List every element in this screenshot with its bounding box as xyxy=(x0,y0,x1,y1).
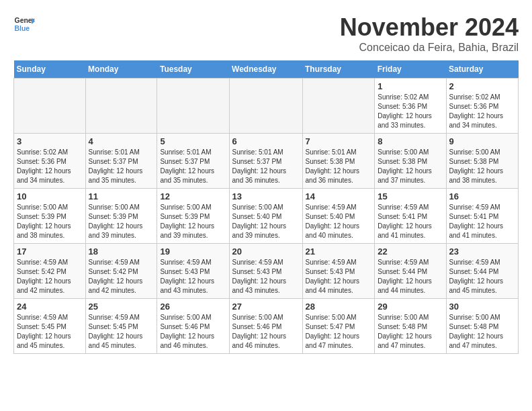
day-info: Sunrise: 5:00 AM Sunset: 5:39 PM Dayligh… xyxy=(89,203,154,240)
calendar-cell: 11Sunrise: 5:00 AM Sunset: 5:39 PM Dayli… xyxy=(85,189,157,244)
day-info: Sunrise: 5:01 AM Sunset: 5:37 PM Dayligh… xyxy=(232,148,300,185)
calendar-cell: 6Sunrise: 5:01 AM Sunset: 5:37 PM Daylig… xyxy=(229,134,302,189)
page-header: General Blue November 2024 Conceicao da … xyxy=(13,13,519,54)
day-number: 10 xyxy=(17,191,83,201)
day-info: Sunrise: 5:00 AM Sunset: 5:46 PM Dayligh… xyxy=(160,313,226,351)
day-number: 17 xyxy=(17,246,83,257)
day-info: Sunrise: 5:00 AM Sunset: 5:39 PM Dayligh… xyxy=(160,203,226,240)
calendar-cell: 10Sunrise: 5:00 AM Sunset: 5:39 PM Dayli… xyxy=(14,189,86,244)
calendar-cell: 12Sunrise: 5:00 AM Sunset: 5:39 PM Dayli… xyxy=(157,189,229,244)
day-number: 20 xyxy=(232,246,300,257)
calendar-cell: 24Sunrise: 4:59 AM Sunset: 5:45 PM Dayli… xyxy=(14,299,86,354)
day-number: 30 xyxy=(449,302,516,312)
day-info: Sunrise: 4:59 AM Sunset: 5:43 PM Dayligh… xyxy=(160,258,226,295)
calendar-cell: 23Sunrise: 4:59 AM Sunset: 5:44 PM Dayli… xyxy=(446,244,519,299)
day-info: Sunrise: 5:00 AM Sunset: 5:46 PM Dayligh… xyxy=(232,313,300,351)
title-block: November 2024 Conceicao da Feira, Bahia,… xyxy=(340,13,519,54)
day-number: 23 xyxy=(449,246,516,257)
day-info: Sunrise: 4:59 AM Sunset: 5:41 PM Dayligh… xyxy=(378,203,443,240)
day-info: Sunrise: 5:01 AM Sunset: 5:38 PM Dayligh… xyxy=(306,148,372,185)
weekday-header: Wednesday xyxy=(229,60,302,79)
calendar-cell: 17Sunrise: 4:59 AM Sunset: 5:42 PM Dayli… xyxy=(14,244,86,299)
month-title: November 2024 xyxy=(340,13,519,42)
day-info: Sunrise: 5:00 AM Sunset: 5:48 PM Dayligh… xyxy=(378,313,443,351)
day-info: Sunrise: 5:00 AM Sunset: 5:39 PM Dayligh… xyxy=(17,203,83,240)
calendar-cell: 13Sunrise: 5:00 AM Sunset: 5:40 PM Dayli… xyxy=(229,189,302,244)
day-number: 5 xyxy=(160,136,226,146)
weekday-header-row: SundayMondayTuesdayWednesdayThursdayFrid… xyxy=(14,60,519,79)
logo-icon: General Blue xyxy=(13,13,35,35)
weekday-header: Thursday xyxy=(302,60,375,79)
day-info: Sunrise: 4:59 AM Sunset: 5:40 PM Dayligh… xyxy=(306,203,372,240)
day-info: Sunrise: 4:59 AM Sunset: 5:45 PM Dayligh… xyxy=(89,313,154,351)
day-number: 26 xyxy=(160,302,226,312)
day-number: 18 xyxy=(89,246,154,257)
logo: General Blue xyxy=(13,13,35,35)
calendar-cell: 27Sunrise: 5:00 AM Sunset: 5:46 PM Dayli… xyxy=(229,299,302,354)
day-number: 4 xyxy=(89,136,154,146)
day-number: 12 xyxy=(160,191,226,201)
day-info: Sunrise: 4:59 AM Sunset: 5:44 PM Dayligh… xyxy=(449,258,516,295)
day-info: Sunrise: 5:01 AM Sunset: 5:37 PM Dayligh… xyxy=(89,148,154,185)
day-info: Sunrise: 5:00 AM Sunset: 5:38 PM Dayligh… xyxy=(449,148,516,185)
calendar-cell: 8Sunrise: 5:00 AM Sunset: 5:38 PM Daylig… xyxy=(375,134,446,189)
calendar-week-row: 17Sunrise: 4:59 AM Sunset: 5:42 PM Dayli… xyxy=(14,244,519,299)
day-info: Sunrise: 5:02 AM Sunset: 5:36 PM Dayligh… xyxy=(378,93,443,130)
calendar-table: SundayMondayTuesdayWednesdayThursdayFrid… xyxy=(13,60,519,354)
day-number: 8 xyxy=(378,136,443,146)
day-number: 29 xyxy=(378,302,443,312)
calendar-cell xyxy=(14,79,86,134)
calendar-cell: 14Sunrise: 4:59 AM Sunset: 5:40 PM Dayli… xyxy=(302,189,375,244)
calendar-cell: 26Sunrise: 5:00 AM Sunset: 5:46 PM Dayli… xyxy=(157,299,229,354)
day-number: 6 xyxy=(232,136,300,146)
calendar-week-row: 3Sunrise: 5:02 AM Sunset: 5:36 PM Daylig… xyxy=(14,134,519,189)
day-number: 2 xyxy=(449,81,516,91)
calendar-cell xyxy=(85,79,157,134)
day-number: 28 xyxy=(306,302,372,312)
day-number: 27 xyxy=(232,302,300,312)
calendar-cell: 5Sunrise: 5:01 AM Sunset: 5:37 PM Daylig… xyxy=(157,134,229,189)
day-info: Sunrise: 5:00 AM Sunset: 5:47 PM Dayligh… xyxy=(306,313,372,351)
calendar-cell: 15Sunrise: 4:59 AM Sunset: 5:41 PM Dayli… xyxy=(375,189,446,244)
day-info: Sunrise: 4:59 AM Sunset: 5:43 PM Dayligh… xyxy=(232,258,300,295)
calendar-cell: 29Sunrise: 5:00 AM Sunset: 5:48 PM Dayli… xyxy=(375,299,446,354)
svg-text:Blue: Blue xyxy=(15,25,30,32)
day-info: Sunrise: 4:59 AM Sunset: 5:42 PM Dayligh… xyxy=(17,258,83,295)
calendar-cell: 20Sunrise: 4:59 AM Sunset: 5:43 PM Dayli… xyxy=(229,244,302,299)
day-number: 16 xyxy=(449,191,516,201)
calendar-cell: 1Sunrise: 5:02 AM Sunset: 5:36 PM Daylig… xyxy=(375,79,446,134)
day-number: 22 xyxy=(378,246,443,257)
day-info: Sunrise: 4:59 AM Sunset: 5:44 PM Dayligh… xyxy=(378,258,443,295)
calendar-cell: 30Sunrise: 5:00 AM Sunset: 5:48 PM Dayli… xyxy=(446,299,519,354)
calendar-cell: 2Sunrise: 5:02 AM Sunset: 5:36 PM Daylig… xyxy=(446,79,519,134)
day-info: Sunrise: 4:59 AM Sunset: 5:43 PM Dayligh… xyxy=(306,258,372,295)
calendar-cell: 19Sunrise: 4:59 AM Sunset: 5:43 PM Dayli… xyxy=(157,244,229,299)
calendar-cell: 22Sunrise: 4:59 AM Sunset: 5:44 PM Dayli… xyxy=(375,244,446,299)
day-number: 3 xyxy=(17,136,83,146)
weekday-header: Friday xyxy=(375,60,446,79)
day-number: 13 xyxy=(232,191,300,201)
day-number: 7 xyxy=(306,136,372,146)
day-info: Sunrise: 5:00 AM Sunset: 5:48 PM Dayligh… xyxy=(449,313,516,351)
day-info: Sunrise: 5:00 AM Sunset: 5:38 PM Dayligh… xyxy=(378,148,443,185)
calendar-cell: 16Sunrise: 4:59 AM Sunset: 5:41 PM Dayli… xyxy=(446,189,519,244)
day-number: 25 xyxy=(89,302,154,312)
day-info: Sunrise: 5:00 AM Sunset: 5:40 PM Dayligh… xyxy=(232,203,300,240)
calendar-cell: 21Sunrise: 4:59 AM Sunset: 5:43 PM Dayli… xyxy=(302,244,375,299)
calendar-week-row: 1Sunrise: 5:02 AM Sunset: 5:36 PM Daylig… xyxy=(14,79,519,134)
calendar-cell xyxy=(157,79,229,134)
day-info: Sunrise: 5:02 AM Sunset: 5:36 PM Dayligh… xyxy=(17,148,83,185)
calendar-cell: 9Sunrise: 5:00 AM Sunset: 5:38 PM Daylig… xyxy=(446,134,519,189)
day-info: Sunrise: 4:59 AM Sunset: 5:41 PM Dayligh… xyxy=(449,203,516,240)
day-number: 11 xyxy=(89,191,154,201)
weekday-header: Saturday xyxy=(446,60,519,79)
calendar-cell: 25Sunrise: 4:59 AM Sunset: 5:45 PM Dayli… xyxy=(85,299,157,354)
day-number: 9 xyxy=(449,136,516,146)
calendar-cell: 28Sunrise: 5:00 AM Sunset: 5:47 PM Dayli… xyxy=(302,299,375,354)
weekday-header: Monday xyxy=(85,60,157,79)
day-info: Sunrise: 4:59 AM Sunset: 5:42 PM Dayligh… xyxy=(89,258,154,295)
calendar-week-row: 24Sunrise: 4:59 AM Sunset: 5:45 PM Dayli… xyxy=(14,299,519,354)
calendar-cell: 18Sunrise: 4:59 AM Sunset: 5:42 PM Dayli… xyxy=(85,244,157,299)
calendar-cell: 4Sunrise: 5:01 AM Sunset: 5:37 PM Daylig… xyxy=(85,134,157,189)
day-number: 1 xyxy=(378,81,443,91)
